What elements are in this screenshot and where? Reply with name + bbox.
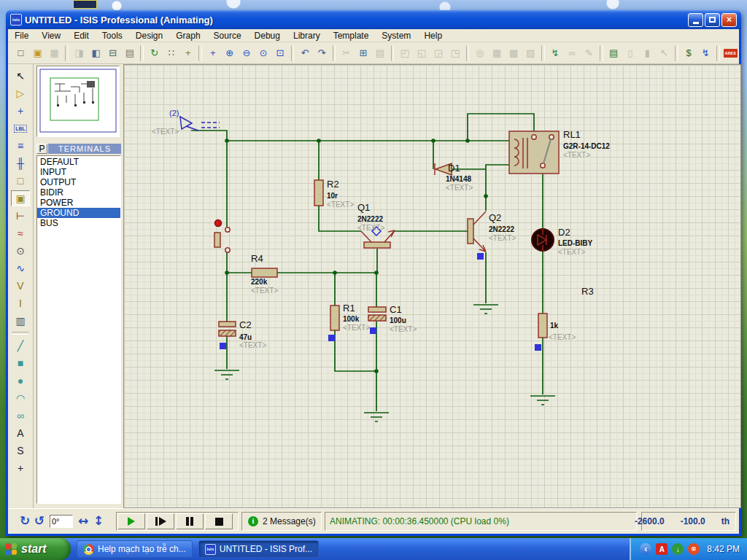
step-button[interactable] <box>147 513 174 529</box>
label-q2-ref[interactable]: Q2 <box>489 212 501 223</box>
arc-tool[interactable]: ◠ <box>11 390 30 406</box>
box-tool[interactable]: ■ <box>11 355 30 371</box>
menu-template[interactable]: Template <box>327 29 376 42</box>
line-tool[interactable]: ╱ <box>11 338 30 354</box>
rotate-cw-icon[interactable]: ↻ <box>20 513 30 528</box>
capacitor-c1[interactable] <box>368 307 386 321</box>
menu-help[interactable]: Help <box>417 29 449 42</box>
label-d1-ref[interactable]: D1 <box>448 163 460 174</box>
opera-icon[interactable]: O <box>688 543 700 555</box>
marker-tool[interactable]: + <box>11 460 30 476</box>
wire-autorouter-button[interactable]: ↯ <box>548 44 563 61</box>
relay-rl1[interactable] <box>509 131 559 174</box>
virtual-instruments-tool[interactable]: ▥ <box>11 313 30 329</box>
adobe-reader-icon[interactable]: A <box>656 543 667 555</box>
menu-edit[interactable]: Edit <box>67 29 96 42</box>
menu-tools[interactable]: Tools <box>96 29 129 42</box>
property-assignment-button[interactable]: ✎ <box>581 44 597 61</box>
led-d2[interactable] <box>532 229 554 251</box>
resistor-r3[interactable] <box>538 314 547 338</box>
minimize-button[interactable] <box>688 13 703 27</box>
label-d2-ref[interactable]: D2 <box>558 227 570 238</box>
input-terminal[interactable] <box>180 117 220 131</box>
import-section-button[interactable]: ◨ <box>71 44 87 61</box>
menu-library[interactable]: Library <box>287 29 327 42</box>
goto-sheet-button[interactable]: ↖ <box>657 44 672 61</box>
label-q1-ref[interactable]: Q1 <box>357 202 370 213</box>
pan-button[interactable]: + <box>205 44 220 61</box>
buses-tool[interactable]: ╫ <box>11 155 30 171</box>
pause-button[interactable] <box>176 513 204 529</box>
resistor-r1[interactable] <box>330 306 339 330</box>
ares-netlist-button[interactable]: ARES <box>723 44 738 61</box>
wires[interactable] <box>191 114 555 421</box>
play-button[interactable] <box>117 513 145 529</box>
subcircuit-tool[interactable]: □ <box>11 173 30 189</box>
symbol-tool[interactable]: S <box>11 443 30 459</box>
terminal-tool[interactable]: ▣ <box>11 190 30 206</box>
packaging-tool-button[interactable]: ▩ <box>506 44 522 61</box>
copy-button[interactable]: ⊞ <box>355 44 371 61</box>
path-tool[interactable]: ∞ <box>11 408 30 424</box>
text-tool[interactable]: A <box>11 425 30 441</box>
block-copy-button[interactable]: ◰ <box>397 44 412 61</box>
idm-icon[interactable]: ↓ <box>672 543 684 555</box>
label-c1-val[interactable]: 100u <box>390 316 406 324</box>
print-area-button[interactable]: ▤ <box>122 44 137 61</box>
resistor-r4[interactable] <box>252 268 277 277</box>
text-script-tool[interactable]: ≡ <box>11 138 30 154</box>
junction-dot-tool[interactable]: + <box>11 103 30 119</box>
menu-graph[interactable]: Graph <box>169 29 206 42</box>
label-r2-ref[interactable]: R2 <box>327 179 339 190</box>
component-tool[interactable]: ▷ <box>11 85 30 101</box>
rotation-angle-input[interactable] <box>50 515 73 528</box>
print-button[interactable]: ⊟ <box>105 44 120 61</box>
label-d1-val[interactable]: 1N4148 <box>446 175 471 183</box>
generator-tool[interactable]: ∿ <box>11 260 30 276</box>
resistor-r2[interactable] <box>314 180 323 206</box>
origin-button[interactable]: + <box>180 44 196 61</box>
rotate-ccw-icon[interactable]: ↺ <box>34 513 44 528</box>
save-button[interactable]: ▦ <box>47 44 62 61</box>
block-move-button[interactable]: ◱ <box>414 44 429 61</box>
label-r4-ref[interactable]: R4 <box>251 253 263 264</box>
grid-toggle-button[interactable]: ∷ <box>163 44 179 61</box>
label-r2-val[interactable]: 10r <box>327 192 338 200</box>
decompose-button[interactable]: ▨ <box>523 44 538 61</box>
terminal-default[interactable]: DEFAULT <box>37 157 120 167</box>
hide-icons-icon[interactable]: ‹ <box>640 543 651 555</box>
label-r1-ref[interactable]: R1 <box>343 303 355 314</box>
terminal-power[interactable]: POWER <box>37 198 120 208</box>
search-tag-button[interactable]: ∞ <box>565 44 580 61</box>
capacitor-c2[interactable] <box>219 322 236 336</box>
terminal-bus[interactable]: BUS <box>37 218 120 228</box>
terminal-output[interactable]: OUTPUT <box>37 177 120 187</box>
remove-sheet-button[interactable]: ▮ <box>640 44 655 61</box>
selection-tool[interactable]: ↖ <box>11 68 30 84</box>
zoom-all-button[interactable]: ⊙ <box>255 44 271 61</box>
flip-vertical-icon[interactable]: ↕ <box>93 513 104 528</box>
new-sheet-button[interactable]: ▯ <box>623 44 638 61</box>
pick-parts-button[interactable]: ◎ <box>472 44 487 61</box>
push-button[interactable] <box>214 220 230 253</box>
device-pin-tool[interactable]: ⊢ <box>11 208 30 224</box>
block-rotate-button[interactable]: ◲ <box>430 44 446 61</box>
zoom-out-button[interactable]: ⊖ <box>239 44 254 61</box>
stop-button[interactable] <box>205 513 233 529</box>
menu-view[interactable]: View <box>35 29 67 42</box>
terminal-ground[interactable]: GROUND <box>37 208 120 218</box>
label-rl1-ref[interactable]: RL1 <box>563 129 581 140</box>
paste-button[interactable]: ▤ <box>372 44 387 61</box>
label-q2-val[interactable]: 2N2222 <box>489 225 514 233</box>
tape-recorder-tool[interactable]: ⊙ <box>11 243 30 259</box>
current-probe-tool[interactable]: I <box>11 295 30 311</box>
pick-devices-button[interactable]: P <box>36 144 47 154</box>
start-button[interactable]: start <box>0 538 71 560</box>
transistor-q2[interactable] <box>468 211 486 252</box>
wire-label-tool[interactable]: LBL <box>11 120 30 136</box>
taskbar-task-browser[interactable]: Help mạch tạo trễ ch... <box>77 540 193 558</box>
label-c1-ref[interactable]: C1 <box>390 304 402 315</box>
voltage-probe-tool[interactable]: V <box>11 278 30 294</box>
transistor-q1[interactable] <box>361 230 395 248</box>
label-r1-val[interactable]: 100k <box>343 315 359 323</box>
